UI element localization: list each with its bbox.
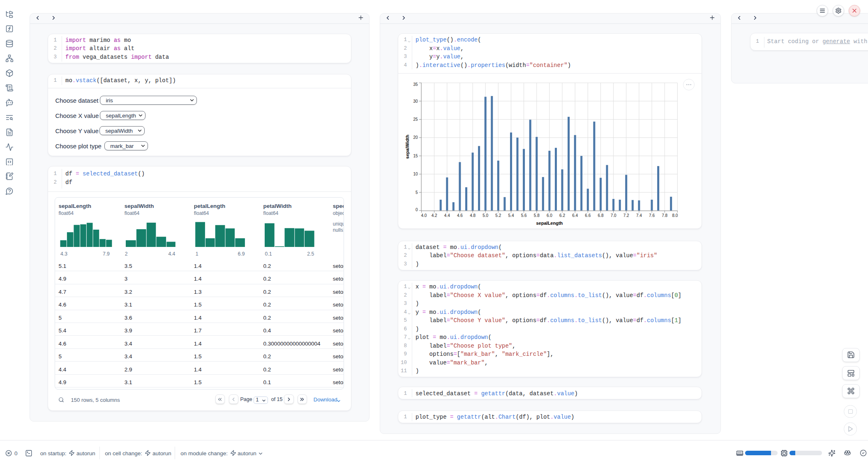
svg-text:5.2: 5.2 bbox=[495, 213, 501, 218]
svg-text:6.6: 6.6 bbox=[585, 213, 591, 218]
svg-text:5.6: 5.6 bbox=[521, 213, 527, 218]
svg-text:35: 35 bbox=[413, 82, 418, 87]
svg-text:8.0: 8.0 bbox=[672, 213, 678, 218]
svg-text:4.0: 4.0 bbox=[421, 213, 427, 218]
svg-text:5: 5 bbox=[416, 190, 418, 195]
svg-text:sepalLength: sepalLength bbox=[536, 221, 563, 226]
svg-text:6.8: 6.8 bbox=[598, 213, 604, 218]
svg-text:5.4: 5.4 bbox=[508, 213, 514, 218]
svg-text:4.4: 4.4 bbox=[444, 213, 450, 218]
svg-text:7.6: 7.6 bbox=[649, 213, 655, 218]
svg-text:7.2: 7.2 bbox=[623, 213, 629, 218]
svg-text:7.4: 7.4 bbox=[636, 213, 642, 218]
svg-text:4.2: 4.2 bbox=[432, 213, 437, 218]
svg-text:5.0: 5.0 bbox=[482, 213, 488, 218]
svg-text:4.6: 4.6 bbox=[457, 213, 463, 218]
svg-text:6.2: 6.2 bbox=[559, 213, 565, 218]
svg-text:7.8: 7.8 bbox=[662, 213, 667, 218]
svg-text:5.8: 5.8 bbox=[534, 213, 540, 218]
svg-text:25: 25 bbox=[413, 117, 418, 122]
svg-text:0: 0 bbox=[416, 207, 418, 212]
svg-text:20: 20 bbox=[413, 135, 418, 140]
svg-text:7.0: 7.0 bbox=[611, 213, 616, 218]
svg-text:30: 30 bbox=[413, 99, 418, 104]
svg-text:15: 15 bbox=[413, 154, 418, 158]
svg-text:6.4: 6.4 bbox=[572, 213, 578, 218]
svg-text:sepalWidth: sepalWidth bbox=[405, 135, 410, 159]
svg-text:6.0: 6.0 bbox=[547, 213, 552, 218]
svg-text:10: 10 bbox=[413, 172, 418, 176]
svg-text:4.8: 4.8 bbox=[470, 213, 476, 218]
